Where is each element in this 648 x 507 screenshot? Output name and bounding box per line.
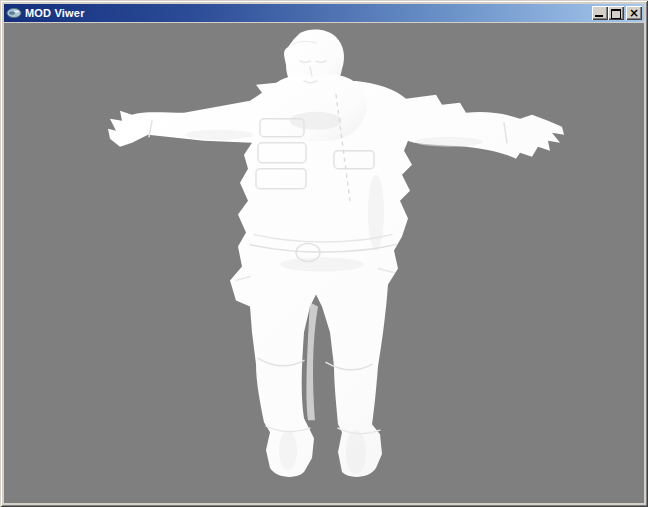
app-icon-glyph bbox=[6, 5, 22, 21]
titlebar[interactable]: MOD Viwer × bbox=[4, 4, 644, 22]
mod-viewer-window: MOD Viwer × bbox=[0, 0, 648, 507]
window-title: MOD Viwer bbox=[25, 7, 592, 19]
viewport-3d[interactable] bbox=[4, 23, 644, 503]
window-controls: × bbox=[592, 6, 642, 20]
minimize-icon bbox=[595, 15, 603, 17]
minimize-button[interactable] bbox=[592, 6, 608, 20]
character-model bbox=[4, 23, 644, 503]
close-button[interactable]: × bbox=[626, 6, 642, 20]
model-body bbox=[108, 81, 564, 477]
close-icon: × bbox=[629, 7, 639, 19]
maximize-icon bbox=[611, 9, 621, 19]
model-collar bbox=[270, 74, 367, 141]
app-icon[interactable] bbox=[6, 5, 22, 21]
maximize-button[interactable] bbox=[608, 6, 624, 20]
